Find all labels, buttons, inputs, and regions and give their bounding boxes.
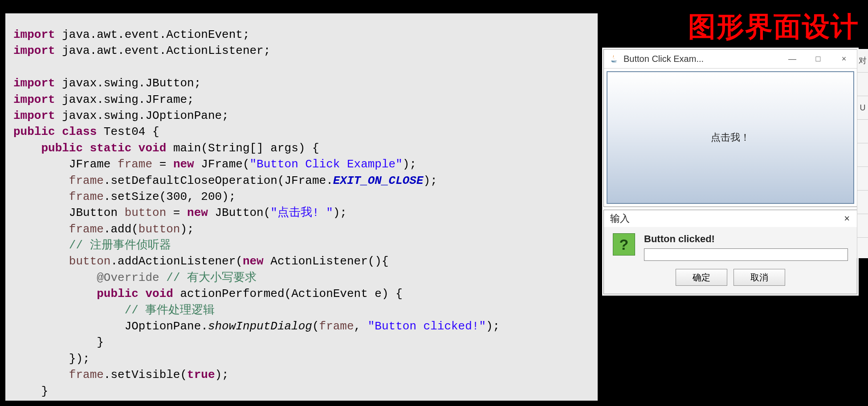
jframe-window: Button Click Exam... — □ × 点击我！: [603, 49, 857, 207]
dialog-close-button[interactable]: ×: [840, 213, 853, 224]
background-sheet-edge: 对 U: [857, 49, 868, 258]
dialog-title: 输入: [610, 212, 630, 225]
java-icon: [609, 54, 619, 64]
input-dialog: 输入 × ? Button clicked! 确定 取消: [603, 210, 857, 294]
dialog-input[interactable]: [644, 248, 848, 261]
slide-title: 图形界面设计: [688, 8, 859, 45]
maximize-button[interactable]: □: [805, 49, 831, 68]
minimize-button[interactable]: —: [779, 49, 805, 68]
cancel-button[interactable]: 取消: [734, 269, 785, 286]
question-icon: ?: [613, 233, 635, 256]
dialog-message: Button clicked!: [644, 233, 848, 245]
jframe-titlebar: Button Click Exam... — □ ×: [604, 49, 857, 69]
code-block: import java.awt.event.ActionEvent; impor…: [5, 13, 598, 401]
screenshot-area: Button Click Exam... — □ × 点击我！ 输入 × ?: [603, 49, 857, 294]
ok-button[interactable]: 确定: [676, 269, 727, 286]
click-me-button[interactable]: 点击我！: [607, 71, 854, 204]
close-button[interactable]: ×: [831, 49, 857, 68]
jframe-title: Button Click Exam...: [623, 54, 779, 64]
